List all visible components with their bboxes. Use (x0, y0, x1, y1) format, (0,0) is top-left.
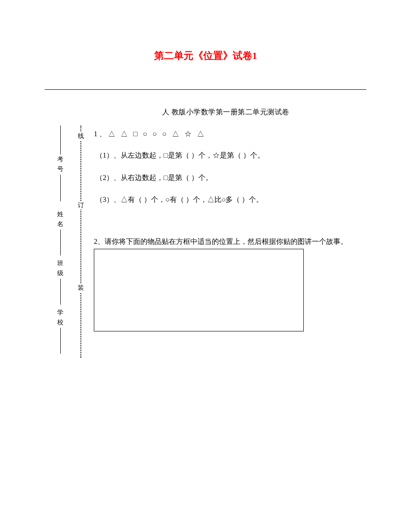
binding-seg-class: 班级 (57, 259, 63, 305)
binding-seg-examno: 考 号 (57, 126, 63, 201)
binding-char-zhuang: 装 (78, 284, 84, 292)
binding-margin: 线 订 装 考 号 姓名 班级 学校 (45, 108, 89, 358)
q1-sub2: （2）、从右边数起，□是第（ ）个。 (96, 172, 357, 184)
binding-char-ding: 订 (78, 201, 84, 209)
label-school: 学校 (57, 308, 63, 328)
binding-char-xian: 线 (78, 132, 84, 140)
q1-shapes-row: 1、△ △ □ ○ ○ ○ △ ☆ △ (94, 130, 357, 139)
q1-shapes: △ △ □ ○ ○ ○ △ ☆ △ (108, 130, 206, 138)
binding-seg-name: 姓名 (57, 209, 63, 256)
q2-answer-box (94, 249, 304, 331)
content-wrapper: 线 订 装 考 号 姓名 班级 学校 人 教版小学数学第一册第二单元测试卷 1、… (45, 108, 366, 331)
document-title: 第二单元《位置》试卷1 (0, 49, 411, 63)
q2-block: 2、请你将下面的物品贴在方框中适当的位置上，然后根据你贴的图讲一个故事。 (94, 236, 357, 332)
label-class: 班级 (57, 259, 63, 279)
q1-sub3: （3）、△有（ ）个，○有（ ）个，△比○多（ ）个。 (96, 194, 357, 205)
q2-text: 2、请你将下面的物品贴在方框中适当的位置上，然后根据你贴的图讲一个故事。 (94, 236, 357, 247)
label-exam-no: 考 号 (57, 155, 63, 175)
divider (45, 89, 366, 90)
subtitle: 人 教版小学数学第一册第二单元测试卷 (94, 108, 357, 117)
label-name: 姓名 (57, 209, 63, 230)
main-content: 人 教版小学数学第一册第二单元测试卷 1、△ △ □ ○ ○ ○ △ ☆ △ （… (94, 108, 357, 331)
q1-sub1: （1）、从左边数起，□是第（ ）个，☆是第（ ）个。 (96, 150, 357, 161)
binding-seg-school: 学校 (57, 308, 63, 354)
q1-number: 1、 (94, 130, 108, 138)
binding-dotted-line (80, 126, 81, 358)
